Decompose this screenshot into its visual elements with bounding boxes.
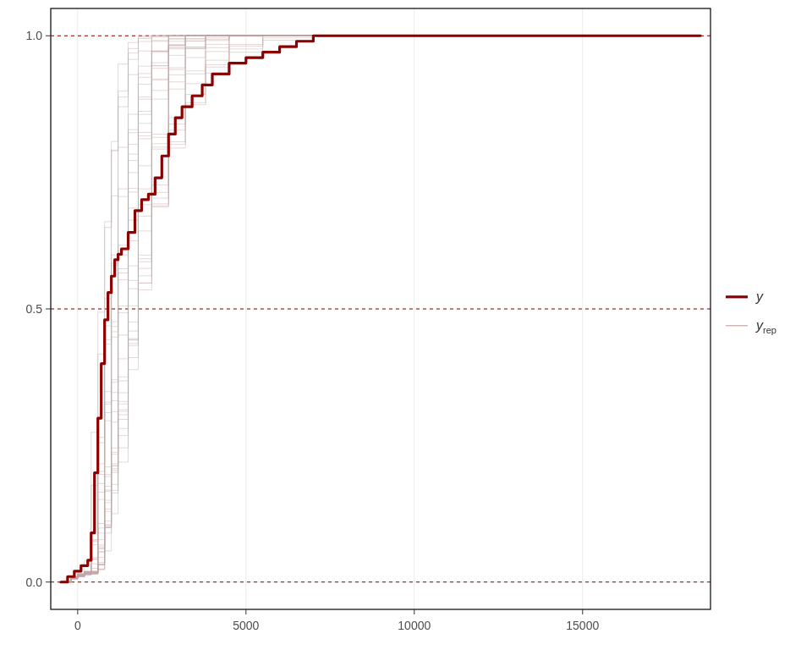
y-tick-label: 0.0 bbox=[26, 576, 43, 589]
ecdf-chart: 050001000015000 0.00.51.0 y yrep bbox=[0, 0, 812, 650]
x-tick-label: 0 bbox=[74, 619, 81, 632]
x-tick-label: 10000 bbox=[398, 619, 431, 632]
legend: y yrep bbox=[726, 289, 776, 335]
x-tick-label: 15000 bbox=[566, 619, 599, 632]
legend-entry-yrep: yrep bbox=[726, 318, 776, 335]
x-axis: 050001000015000 bbox=[74, 609, 600, 632]
legend-label-y: y bbox=[755, 289, 764, 304]
y-tick-label: 1.0 bbox=[26, 29, 43, 42]
legend-entry-y: y bbox=[726, 289, 764, 304]
y-tick-label: 0.5 bbox=[26, 302, 43, 316]
x-tick-label: 5000 bbox=[233, 619, 259, 632]
chart-svg: 050001000015000 0.00.51.0 y yrep bbox=[0, 0, 812, 650]
legend-label-yrep: yrep bbox=[755, 318, 776, 335]
y-axis: 0.00.51.0 bbox=[26, 29, 51, 588]
